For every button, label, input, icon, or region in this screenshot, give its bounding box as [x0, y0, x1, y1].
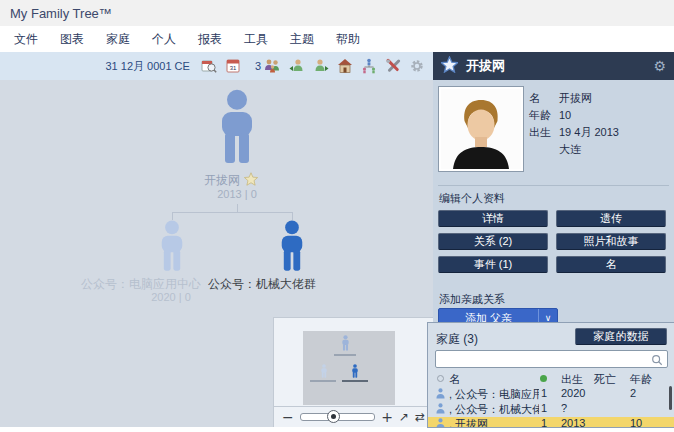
name-label: 名 [529, 90, 559, 107]
name-column-header[interactable]: 名 [449, 372, 460, 387]
connector-line [237, 204, 238, 212]
app-window: My Family Tree™ 文件 图表 家庭 个人 报表 工具 主题 帮助 … [0, 0, 674, 432]
person-photo[interactable] [438, 86, 524, 172]
divider [438, 185, 669, 186]
person-icon [436, 418, 445, 428]
tree-person-root[interactable] [211, 88, 263, 166]
family-table-header[interactable]: 名 出生 死亡 年龄 [428, 372, 674, 386]
search-icon [651, 352, 663, 370]
birth-column-header[interactable]: 出生 [561, 372, 583, 387]
minimap-text-mark [342, 380, 368, 382]
minimap-text-mark [334, 354, 356, 356]
home-person-icon[interactable] [336, 58, 353, 75]
scrollbar-thumb[interactable] [669, 386, 672, 410]
root-favorite-star-icon[interactable] [244, 172, 258, 189]
age-label: 年龄 [529, 107, 559, 124]
minimap-root-figure [340, 335, 351, 351]
birth-label: 出生 [529, 124, 559, 141]
minimap-child-figure [350, 364, 360, 378]
zoom-in-button[interactable]: + [381, 410, 393, 424]
zoom-slider-thumb[interactable] [327, 410, 340, 423]
tools-icon[interactable] [384, 58, 401, 75]
previous-person-icon[interactable] [288, 58, 305, 75]
expand-view-button[interactable]: ↗ [399, 411, 409, 423]
connector-line [172, 212, 293, 213]
age-column-header[interactable]: 年龄 [630, 372, 652, 387]
app-title: My Family Tree™ [10, 6, 112, 21]
zoom-slider[interactable] [300, 413, 375, 421]
generation-count: 3 [255, 60, 261, 72]
edit-profile-section-title: 编辑个人资料 [439, 191, 505, 206]
family-search-input[interactable] [435, 350, 668, 368]
selected-person-name: 开拔网 [466, 57, 645, 75]
death-column-header[interactable]: 死亡 [594, 372, 616, 387]
details-button[interactable]: 详情 [438, 210, 548, 227]
family-table-row[interactable]: , 公众号：机械大佬... 1 ? [428, 402, 674, 416]
family-panel-title: 家庭 (3) [436, 331, 478, 348]
status-dot-icon[interactable] [540, 375, 547, 382]
tree-person-child-2[interactable] [274, 220, 310, 272]
names-button[interactable]: 名 [556, 256, 666, 273]
person-panel-header: 开拔网 ⚙ [433, 52, 674, 80]
birth-date-value: 19 4月 2013 [559, 124, 619, 141]
menu-reports[interactable]: 报表 [194, 29, 226, 50]
panel-settings-gear-icon[interactable]: ⚙ [653, 58, 666, 74]
photos-stories-button[interactable]: 照片和故事 [556, 233, 666, 250]
person-icon [436, 388, 445, 401]
heredity-button[interactable]: 遗传 [556, 210, 666, 227]
menu-tools[interactable]: 工具 [240, 29, 272, 50]
minimap-panel [273, 317, 433, 407]
person-info: 名开拔网 年龄10 出生19 4月 2013 大连 [529, 90, 619, 158]
family-panel: 家庭 (3) 家庭的数据 名 出生 死亡 年龄 , 公众号：电脑应用... 1 … [427, 322, 674, 428]
svg-text:31: 31 [230, 65, 237, 71]
minimap-child-figure [319, 364, 329, 378]
person-panel: 开拔网 ⚙ 名开拔网 年龄10 出生19 4月 2013 大连 编辑个人资料 详… [433, 52, 674, 427]
menu-help[interactable]: 帮助 [332, 29, 364, 50]
relationships-button[interactable]: 关系 (2) [438, 233, 548, 250]
fit-to-window-button[interactable]: ⇄ [415, 411, 425, 423]
zoom-bar: − + ↗ ⇄ [273, 407, 433, 427]
events-button[interactable]: 事件 (1) [438, 256, 548, 273]
tree-person-child-1[interactable] [154, 220, 190, 272]
connector-line [292, 212, 293, 220]
minimap-text-mark [310, 380, 336, 382]
name-value: 开拔网 [559, 90, 592, 107]
current-date-label: 31 12月 0001 CE [105, 59, 189, 74]
menu-bar: 文件 图表 家庭 个人 报表 工具 主题 帮助 [0, 26, 674, 52]
add-relatives-section-title: 添加亲戚关系 [439, 292, 505, 307]
menu-individual[interactable]: 个人 [148, 29, 180, 50]
tree-child-2-label: 公众号：机械大佬群 [196, 276, 328, 293]
title-bar: My Family Tree™ [0, 0, 674, 26]
tree-child-1-detail: 2020 | 0 [141, 291, 201, 303]
menu-file[interactable]: 文件 [10, 29, 42, 50]
settings-gear-icon[interactable] [408, 58, 425, 75]
zoom-out-button[interactable]: − [282, 410, 294, 424]
next-person-icon[interactable] [312, 58, 329, 75]
family-group-icon[interactable] [264, 58, 281, 75]
chart-toolbar: 31 12月 0001 CE 31 3 [0, 52, 433, 80]
age-value: 10 [559, 107, 571, 124]
tree-root-detail: 2013 | 0 [177, 188, 297, 200]
family-table-row-selected[interactable]: , 开拔网 1 2013 10 [428, 417, 674, 428]
tree-root-label: 开拔网 [171, 172, 291, 189]
date-search-icon[interactable] [201, 58, 218, 75]
favorite-star-icon[interactable] [441, 56, 458, 77]
menu-charts[interactable]: 图表 [56, 29, 88, 50]
menu-family[interactable]: 家庭 [102, 29, 134, 50]
calendar-icon[interactable]: 31 [225, 58, 242, 75]
family-table-row[interactable]: , 公众号：电脑应用... 1 2020 2 [428, 387, 674, 401]
family-data-button[interactable]: 家庭的数据 [575, 328, 667, 345]
person-icon [436, 403, 445, 416]
birth-place-value: 大连 [559, 141, 581, 158]
connector-line [172, 212, 173, 220]
sort-circle-icon[interactable] [437, 375, 444, 382]
menu-themes[interactable]: 主题 [286, 29, 318, 50]
family-tree-icon[interactable] [360, 58, 377, 75]
tree-canvas[interactable]: 开拔网 2013 | 0 公众号：电脑应用中心 2020 | 0 公众号：机械大… [0, 80, 433, 427]
